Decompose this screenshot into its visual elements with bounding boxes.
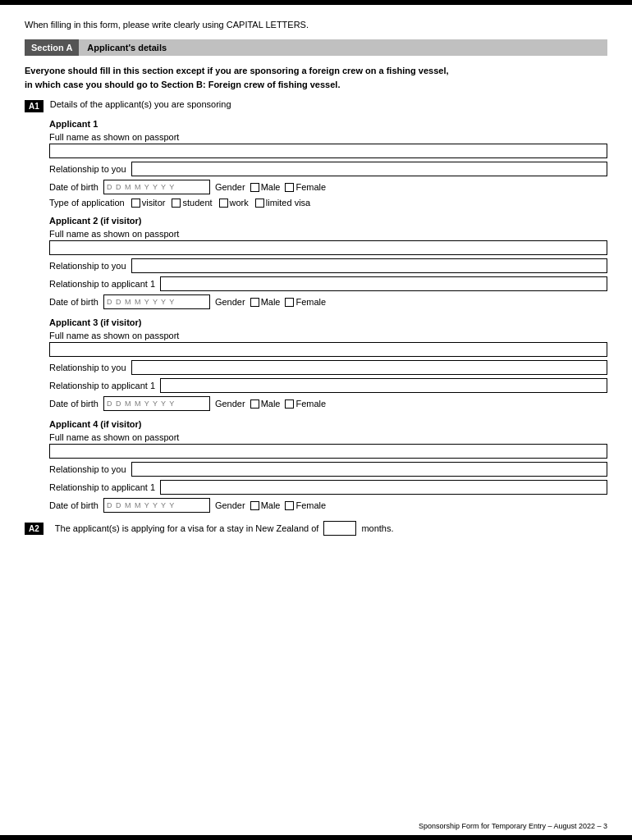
applicant-4-female-label: Female [295, 500, 326, 510]
applicant-1-limited-checkbox[interactable] [255, 199, 264, 208]
applicant-1-student-label: student [182, 198, 212, 208]
applicant-4-rel-input[interactable] [131, 462, 607, 477]
applicant-1-student-checkbox[interactable] [172, 199, 181, 208]
footer-text: Sponsorship Form for Temporary Entry – A… [419, 822, 607, 830]
applicant-2-female-item: Female [285, 297, 326, 307]
applicant-3-dob-input[interactable] [103, 396, 210, 411]
applicant-4-block: Applicant 4 (if visitor) Full name as sh… [49, 419, 607, 513]
applicant-2-rel-row: Relationship to you [49, 258, 607, 273]
applicant-1-dob-row: Date of birth Gender Male Female [49, 180, 607, 194]
applicant-4-title: Applicant 4 (if visitor) [49, 419, 607, 429]
applicant-2-dob-input[interactable] [103, 294, 210, 309]
applicant-1-dob-input[interactable] [103, 180, 210, 194]
applicant-2-female-checkbox[interactable] [285, 298, 294, 307]
a2-text-before: The applicant(s) is applying for a visa … [55, 523, 319, 533]
applicant-1-type-row: Type of application visitor student work… [49, 198, 607, 208]
applicant-2-name-label: Full name as shown on passport [49, 229, 607, 239]
applicant-3-male-checkbox[interactable] [250, 399, 259, 409]
applicant-1-rel-input[interactable] [131, 162, 607, 176]
applicant-1-dob-label: Date of birth [49, 182, 98, 192]
applicant-4-dob-input[interactable] [103, 498, 210, 513]
applicant-2-rel-input[interactable] [131, 258, 607, 273]
applicant-3-rel-app1-label: Relationship to applicant 1 [49, 381, 155, 390]
applicant-1-name-input[interactable] [49, 144, 607, 158]
applicant-2-dob-row: Date of birth Gender Male Female [49, 294, 607, 309]
applicant-1-name-label: Full name as shown on passport [49, 132, 607, 142]
applicant-3-female-label: Female [295, 399, 326, 409]
applicant-2-gender-label: Gender [215, 297, 245, 307]
applicant-1-female-item: Female [285, 182, 326, 192]
bottom-bar [0, 835, 632, 840]
applicant-1-male-checkbox[interactable] [250, 183, 259, 192]
applicant-4-female-checkbox[interactable] [285, 501, 294, 510]
applicant-2-male-item: Male [250, 297, 281, 307]
a2-badge: A2 [25, 523, 44, 535]
applicant-1-rel-row: Relationship to you [49, 162, 607, 176]
applicant-3-rel-row: Relationship to you [49, 360, 607, 375]
applicant-2-rel-app1-label: Relationship to applicant 1 [49, 279, 155, 289]
applicant-2-title: Applicant 2 (if visitor) [49, 216, 607, 226]
question-a1-row: A1 Details of the applicant(s) you are s… [25, 99, 607, 112]
applicant-1-limited-label: limited visa [266, 198, 310, 208]
applicant-4-dob-row: Date of birth Gender Male Female [49, 498, 607, 513]
applicant-2-dob-label: Date of birth [49, 297, 98, 307]
applicant-4-male-checkbox[interactable] [250, 501, 259, 510]
applicant-3-name-input[interactable] [49, 342, 607, 357]
applicant-3-female-checkbox[interactable] [285, 399, 294, 409]
applicant-3-male-item: Male [250, 399, 281, 409]
applicant-2-name-input[interactable] [49, 240, 607, 255]
applicant-4-dob-label: Date of birth [49, 500, 98, 510]
applicant-4-male-item: Male [250, 500, 281, 510]
a1-text: Details of the applicant(s) you are spon… [50, 99, 231, 109]
applicant-1-work-label: work [230, 198, 249, 208]
applicant-3-rel-app1-row: Relationship to applicant 1 [49, 378, 607, 393]
applicant-3-gender-label: Gender [215, 399, 245, 409]
applicant-3-female-item: Female [285, 399, 326, 409]
applicant-1-block: Applicant 1 Full name as shown on passpo… [49, 119, 607, 208]
question-a2-row: A2 The applicant(s) is applying for a vi… [25, 521, 607, 536]
applicant-4-male-label: Male [261, 500, 281, 510]
applicant-4-rel-label: Relationship to you [49, 464, 126, 474]
applicant-3-rel-input[interactable] [131, 360, 607, 375]
applicant-2-rel-label: Relationship to you [49, 261, 126, 271]
applicant-3-name-label: Full name as shown on passport [49, 331, 607, 340]
applicant-3-rel-label: Relationship to you [49, 363, 126, 372]
applicant-4-rel-app1-input[interactable] [160, 480, 607, 495]
applicant-2-female-label: Female [295, 297, 326, 307]
applicant-3-title: Applicant 3 (if visitor) [49, 317, 607, 327]
applicant-1-male-label: Male [261, 182, 281, 192]
applicant-1-male-item: Male [250, 182, 281, 192]
applicant-1-visitor-label: visitor [142, 198, 166, 208]
applicant-1-type-label: Type of application [49, 198, 125, 208]
applicant-4-rel-row: Relationship to you [49, 462, 607, 477]
section-a-title: Applicant's details [79, 39, 607, 56]
applicant-4-name-label: Full name as shown on passport [49, 432, 607, 442]
applicant-1-rel-label: Relationship to you [49, 164, 126, 174]
section-header: Section A Applicant's details [25, 39, 607, 56]
a2-months-input[interactable] [323, 521, 356, 536]
applicant-1-student-item: student [172, 198, 212, 208]
applicant-1-limited-item: limited visa [255, 198, 310, 208]
applicant-1-gender-label: Gender [215, 182, 245, 192]
applicant-4-name-input[interactable] [49, 444, 607, 459]
applicant-4-female-item: Female [285, 500, 326, 510]
applicant-2-rel-app1-input[interactable] [160, 276, 607, 291]
applicant-2-block: Applicant 2 (if visitor) Full name as sh… [49, 216, 607, 309]
a1-badge: A1 [25, 100, 44, 112]
applicant-1-female-checkbox[interactable] [285, 183, 294, 192]
applicant-4-rel-app1-row: Relationship to applicant 1 [49, 480, 607, 495]
section-a-label: Section A [25, 39, 79, 56]
applicant-1-female-label: Female [295, 182, 326, 192]
applicant-4-rel-app1-label: Relationship to applicant 1 [49, 482, 155, 492]
applicant-3-block: Applicant 3 (if visitor) Full name as sh… [49, 317, 607, 411]
applicant-4-gender-label: Gender [215, 500, 245, 510]
applicant-2-male-label: Male [261, 297, 281, 307]
applicant-3-male-label: Male [261, 399, 281, 409]
applicant-3-rel-app1-input[interactable] [160, 378, 607, 393]
applicant-1-work-checkbox[interactable] [219, 199, 228, 208]
applicant-3-dob-row: Date of birth Gender Male Female [49, 396, 607, 411]
applicant-1-visitor-checkbox[interactable] [131, 199, 140, 208]
applicant-1-title: Applicant 1 [49, 119, 607, 129]
applicant-2-male-checkbox[interactable] [250, 298, 259, 307]
everyone-note: Everyone should fill in this section exc… [25, 64, 607, 91]
